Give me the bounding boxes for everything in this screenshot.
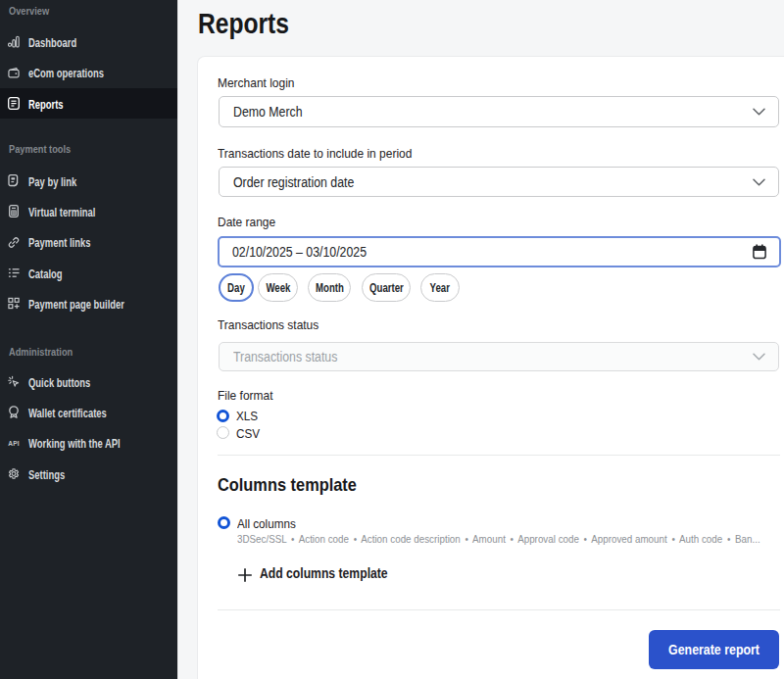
svg-text:API: API <box>8 439 19 446</box>
